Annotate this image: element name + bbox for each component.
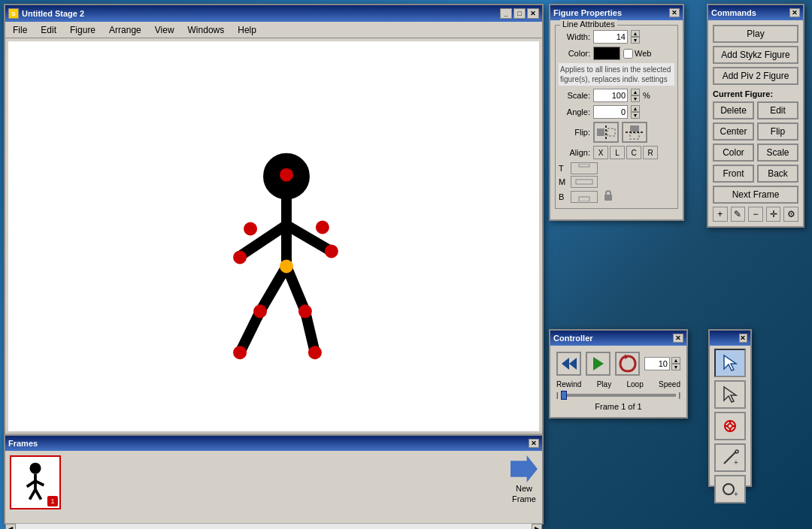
speed-up[interactable]: ▲ xyxy=(671,357,680,364)
frame-thumbnail-1[interactable]: 1 xyxy=(10,455,61,509)
edit-icon-button[interactable]: ✎ xyxy=(731,207,746,222)
menu-file[interactable]: File xyxy=(7,23,33,37)
menu-view[interactable]: View xyxy=(149,23,180,37)
line-tool-button[interactable]: + xyxy=(714,443,746,472)
commands-close[interactable]: ✕ xyxy=(789,8,800,17)
width-input[interactable] xyxy=(593,30,628,44)
add-piv2-button[interactable]: Add Piv 2 Figure xyxy=(713,67,798,85)
minimize-button[interactable]: _ xyxy=(500,8,512,19)
align-r-button[interactable]: R xyxy=(643,146,658,159)
stage-canvas-area[interactable] xyxy=(8,41,539,431)
commands-body: Play Add Stykz Figure Add Piv 2 Figure C… xyxy=(708,20,803,226)
frames-scrollbar[interactable]: ◀ ▶ xyxy=(5,523,542,529)
web-checkbox[interactable] xyxy=(623,49,633,59)
menu-edit[interactable]: Edit xyxy=(35,23,62,37)
back-button[interactable]: Back xyxy=(757,165,798,183)
frame-slider-row: | | xyxy=(556,391,680,399)
scale-button[interactable]: Scale xyxy=(757,144,798,162)
flip-horizontal-button[interactable] xyxy=(593,122,619,143)
menu-windows[interactable]: Windows xyxy=(182,23,231,37)
scroll-left-button[interactable]: ◀ xyxy=(5,524,16,530)
menu-arrange[interactable]: Arrange xyxy=(103,23,147,37)
svg-point-16 xyxy=(233,346,247,359)
scale-down[interactable]: ▼ xyxy=(631,95,640,102)
slider-thumb[interactable] xyxy=(561,391,567,400)
next-frame-button[interactable]: Next Frame xyxy=(713,186,798,204)
delete-button[interactable]: Delete xyxy=(713,101,754,119)
rewind-button[interactable] xyxy=(556,352,581,376)
add-icon-button[interactable]: + xyxy=(713,207,728,222)
speed-input[interactable] xyxy=(644,357,670,370)
align-t-row: T xyxy=(559,162,674,174)
flip-vertical-button[interactable] xyxy=(622,122,647,143)
rotate-tool-button[interactable] xyxy=(714,412,746,440)
applies-note: Applies to all lines in the selected fig… xyxy=(559,63,674,86)
play-cmd-button[interactable]: Play xyxy=(713,25,798,43)
svg-point-11 xyxy=(233,250,247,264)
scale-input[interactable] xyxy=(593,89,628,102)
angle-up[interactable]: ▲ xyxy=(631,105,640,112)
close-button[interactable]: ✕ xyxy=(527,8,539,19)
menu-figure[interactable]: Figure xyxy=(64,23,102,37)
svg-line-5 xyxy=(240,311,260,352)
scroll-right-button[interactable]: ▶ xyxy=(532,524,542,530)
figure-props-close[interactable]: ✕ xyxy=(669,8,680,17)
scale-up[interactable]: ▲ xyxy=(631,89,640,95)
align-section: Align: X L C R T M xyxy=(559,146,674,204)
color-button[interactable]: Color xyxy=(713,144,754,162)
delete-icon-button[interactable]: − xyxy=(748,207,763,222)
tools-close[interactable]: ✕ xyxy=(739,334,747,343)
new-frame-button[interactable]: New Frame xyxy=(511,455,538,503)
loop-button[interactable] xyxy=(615,352,640,376)
edit-button[interactable]: Edit xyxy=(757,101,798,119)
align-b-row: B xyxy=(559,189,674,204)
arrow-tool-button[interactable] xyxy=(714,349,746,377)
select-tool-button[interactable] xyxy=(714,380,746,409)
angle-label: Angle: xyxy=(559,107,590,116)
speed-down[interactable]: ▼ xyxy=(671,364,680,370)
color-row: Color: Web xyxy=(559,47,674,60)
align-l-button[interactable]: L xyxy=(610,146,625,159)
width-spinner: ▲ ▼ xyxy=(631,30,640,44)
svg-point-15 xyxy=(298,304,312,318)
stage-canvas[interactable] xyxy=(8,41,539,431)
flip-cmd-button[interactable]: Flip xyxy=(757,122,798,141)
frame-slider[interactable] xyxy=(561,394,675,397)
angle-down[interactable]: ▼ xyxy=(631,112,640,119)
svg-point-41 xyxy=(728,424,732,428)
angle-input[interactable] xyxy=(593,105,628,119)
scale-row: Scale: ▲ ▼ % xyxy=(559,89,674,102)
width-up[interactable]: ▲ xyxy=(631,30,640,37)
frames-title-text: Frames xyxy=(8,439,38,448)
new-frame-sublabel: Frame xyxy=(512,494,536,503)
settings-icon-button[interactable]: ⚙ xyxy=(783,207,798,222)
front-button[interactable]: Front xyxy=(713,165,754,183)
scroll-track[interactable] xyxy=(16,524,532,529)
controller-body: ▲ ▼ Rewind Play Loop Speed | | Frame 1 o… xyxy=(550,346,686,417)
align-m-button[interactable] xyxy=(571,176,598,188)
color-label: Color: xyxy=(559,49,590,58)
frames-close-button[interactable]: ✕ xyxy=(529,439,539,448)
loop-label: Loop xyxy=(626,380,643,388)
width-down[interactable]: ▼ xyxy=(631,37,640,44)
figure-props-titlebar: Figure Properties ✕ xyxy=(550,5,683,20)
align-b-button[interactable] xyxy=(571,191,598,203)
align-t-button[interactable] xyxy=(571,162,598,174)
circle-tool-button[interactable]: + xyxy=(714,475,746,503)
align-c-button[interactable]: C xyxy=(626,146,641,159)
svg-marker-34 xyxy=(562,358,569,370)
svg-line-4 xyxy=(260,266,286,311)
new-frame-arrow-icon xyxy=(511,455,538,482)
color-swatch[interactable] xyxy=(593,47,620,60)
controller-close[interactable]: ✕ xyxy=(673,334,683,343)
maximize-button[interactable]: □ xyxy=(514,8,526,19)
play-button[interactable] xyxy=(586,352,611,376)
menu-help[interactable]: Help xyxy=(232,23,262,37)
center-button[interactable]: Center xyxy=(713,122,754,141)
flip-label: Flip: xyxy=(559,128,590,137)
lock-icon[interactable] xyxy=(602,189,614,204)
align-x-button[interactable]: X xyxy=(593,146,608,159)
add-stykz-button[interactable]: Add Stykz Figure xyxy=(713,46,798,64)
controller-titlebar: Controller ✕ xyxy=(550,331,686,346)
move-icon-button[interactable]: ✛ xyxy=(766,207,781,222)
